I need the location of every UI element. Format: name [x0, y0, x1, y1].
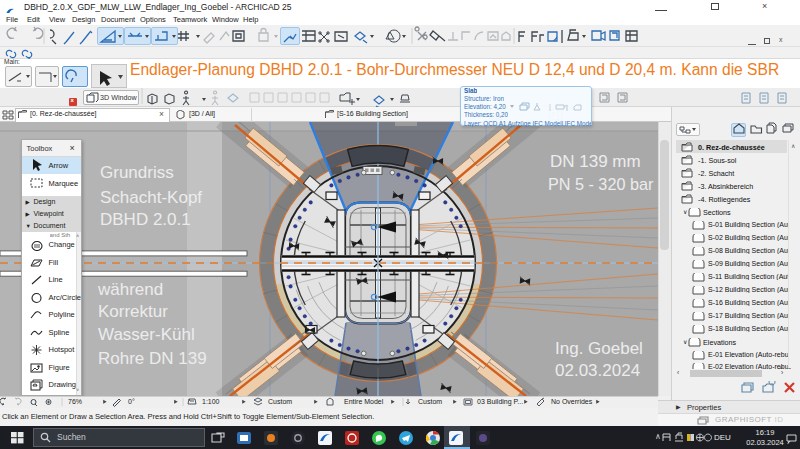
svg-text:DN 139 mm: DN 139 mm [550, 152, 641, 171]
svg-text:02.03.2024: 02.03.2024 [555, 361, 640, 380]
svg-text:Korrektur: Korrektur [98, 302, 168, 321]
svg-text:Ing. Goebel: Ing. Goebel [555, 339, 643, 358]
svg-text:Schacht-Kopf: Schacht-Kopf [100, 188, 202, 207]
svg-text:PN 5 - 320 bar: PN 5 - 320 bar [548, 175, 654, 193]
svg-text:DBHD 2.0.1: DBHD 2.0.1 [100, 210, 191, 229]
svg-text:Wasser-Kühl: Wasser-Kühl [98, 325, 195, 344]
svg-text:Rohre DN 139: Rohre DN 139 [98, 349, 207, 368]
svg-text:Grundriss: Grundriss [100, 163, 174, 182]
svg-text:während: während [97, 280, 163, 299]
